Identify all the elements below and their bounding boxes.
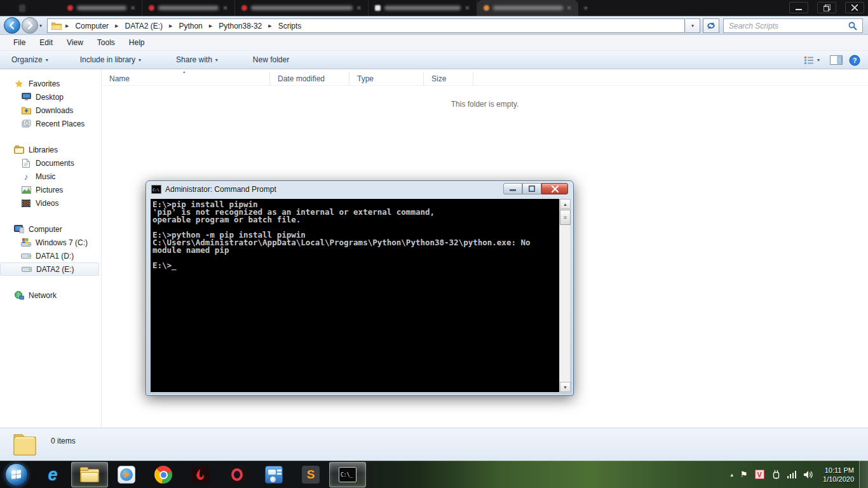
windows-logo-icon [5, 463, 28, 486]
breadcrumb-item-python[interactable]: Python [176, 22, 205, 30]
refresh-button[interactable] [703, 18, 719, 33]
forward-button[interactable] [22, 17, 38, 34]
column-size[interactable]: Size [424, 72, 473, 86]
minimize-icon[interactable] [503, 183, 522, 194]
videos-icon [21, 198, 31, 208]
menu-help[interactable]: Help [122, 36, 152, 50]
tab-close-icon[interactable]: ✕ [130, 4, 135, 11]
history-dropdown-icon[interactable]: ▾ [39, 23, 42, 29]
sidebar-item-documents[interactable]: Documents [0, 156, 101, 170]
scroll-up-icon[interactable]: ▲ [560, 199, 571, 209]
tab-close-icon[interactable]: ✕ [465, 4, 470, 11]
breadcrumb[interactable]: ▶ Computer ▶ DATA2 (E:) ▶ Python ▶ Pytho… [47, 18, 685, 33]
help-icon: ? [849, 55, 860, 66]
column-size-label: Size [431, 74, 446, 83]
sidebar-group-computer[interactable]: Computer [0, 222, 101, 236]
taskbar-clock[interactable]: 10:11 PM 1/10/2020 [823, 466, 854, 484]
display-settings-icon [265, 466, 283, 484]
sidebar-item-music[interactable]: ♪ Music [0, 170, 101, 183]
windows-drive-icon [21, 238, 31, 248]
pictures-label: Pictures [36, 186, 63, 194]
taskbar-windows-explorer[interactable] [71, 462, 108, 487]
preview-pane-button[interactable] [830, 55, 843, 65]
taskbar-opera[interactable] [219, 462, 255, 487]
sidebar-group-favorites[interactable]: ★ Favorites [0, 77, 101, 90]
include-in-library-button[interactable]: Include in library ▾ [74, 52, 147, 67]
taskbar-garena[interactable] [182, 462, 219, 487]
new-folder-button[interactable]: New folder [247, 52, 295, 67]
computer-label: Computer [29, 225, 62, 234]
show-desktop-button[interactable] [859, 461, 868, 488]
restore-icon[interactable] [817, 2, 836, 13]
show-hidden-icons-button[interactable]: ▴ [730, 471, 733, 478]
taskbar-media-player[interactable] [108, 462, 145, 487]
sidebar-item-downloads[interactable]: Downloads [0, 104, 101, 117]
action-center-flag-icon[interactable]: ⚑ [740, 470, 748, 479]
column-date-modified[interactable]: Date modified [270, 72, 349, 86]
change-view-button[interactable]: ▾ [800, 53, 824, 67]
browser-tab[interactable]: ✕ [235, 0, 369, 16]
sidebar-item-pictures[interactable]: Pictures [0, 183, 101, 196]
address-dropdown-icon[interactable]: ▾ [686, 18, 700, 33]
help-button[interactable]: ? [849, 55, 860, 66]
cmd-window[interactable]: C:\ Administrator: Command Prompt E:\>pi… [146, 180, 574, 396]
maximize-icon[interactable] [522, 183, 541, 194]
browser-tab-active[interactable]: ✕ [477, 0, 578, 16]
back-button[interactable] [4, 17, 20, 34]
organize-label: Organize [11, 55, 43, 64]
sidebar-item-windows7-c[interactable]: Windows 7 (C:) [0, 236, 101, 249]
red-favicon [241, 5, 247, 11]
browser-tab[interactable]: ✕ [142, 0, 234, 16]
breadcrumb-item-data2[interactable]: DATA2 (E:) [122, 22, 165, 30]
console-scrollbar[interactable]: ▲ ≡ ▼ [559, 199, 570, 392]
minimize-icon[interactable] [789, 2, 808, 13]
taskbar-sublime-text[interactable]: S [292, 462, 329, 487]
breadcrumb-item-python38-32[interactable]: Python38-32 [216, 22, 264, 30]
network-signal-icon[interactable] [787, 471, 797, 478]
taskbar-internet-explorer[interactable]: e [34, 462, 71, 487]
organize-button[interactable]: Organize ▾ [5, 52, 55, 67]
computer-icon [14, 224, 24, 234]
browser-menu-icon[interactable] [19, 4, 25, 12]
tab-close-icon[interactable]: ✕ [567, 4, 572, 11]
menu-edit[interactable]: Edit [32, 36, 60, 50]
tab-title-blurred [77, 6, 126, 10]
menu-view[interactable]: View [60, 36, 90, 50]
search-input[interactable]: Search Scripts [723, 18, 863, 33]
breadcrumb-item-computer[interactable]: Computer [72, 22, 111, 30]
new-tab-icon[interactable]: + [583, 3, 588, 13]
column-type[interactable]: Type [349, 72, 424, 86]
sidebar-item-videos[interactable]: Videos [0, 196, 101, 210]
tab-close-icon[interactable]: ✕ [222, 4, 227, 11]
console-output[interactable]: E:\>pip install pipwin 'pip' is not reco… [151, 199, 559, 392]
taskbar-chrome[interactable] [145, 462, 182, 487]
scroll-down-icon[interactable]: ▼ [560, 382, 571, 392]
browser-tab[interactable]: ✕ [369, 0, 477, 16]
sidebar-item-recent-places[interactable]: Recent Places [0, 117, 101, 130]
menu-file[interactable]: File [6, 36, 32, 50]
taskbar-command-prompt[interactable]: C:\_ [329, 462, 366, 487]
clock-time: 10:11 PM [823, 466, 854, 475]
sort-ascending-icon: ▴ [183, 69, 186, 74]
browser-tab[interactable]: ✕ [61, 0, 142, 16]
breadcrumb-item-scripts[interactable]: Scripts [276, 22, 304, 30]
scrollbar-thumb[interactable]: ≡ [560, 210, 571, 225]
column-name[interactable]: Name ▴ [102, 72, 270, 86]
share-with-button[interactable]: Share with ▾ [170, 52, 224, 67]
close-icon[interactable] [541, 183, 568, 194]
menu-tools[interactable]: Tools [90, 36, 122, 50]
sidebar-item-data2-e[interactable]: DATA2 (E:) [0, 262, 99, 276]
sidebar-item-data1-d[interactable]: DATA1 (D:) [0, 249, 101, 262]
sidebar-group-libraries[interactable]: Libraries [0, 143, 101, 156]
v-tray-icon[interactable]: V [755, 470, 764, 479]
start-button[interactable] [3, 462, 31, 487]
search-icon [848, 22, 857, 30]
sidebar-group-network[interactable]: Network [0, 288, 101, 302]
close-icon[interactable] [845, 2, 864, 13]
power-plug-icon[interactable] [771, 470, 780, 479]
sidebar-item-desktop[interactable]: Desktop [0, 90, 101, 104]
tab-close-icon[interactable]: ✕ [356, 4, 362, 11]
volume-icon[interactable] [803, 470, 813, 479]
taskbar-display-settings[interactable] [255, 462, 292, 487]
cmd-titlebar[interactable]: C:\ Administrator: Command Prompt [146, 181, 573, 198]
